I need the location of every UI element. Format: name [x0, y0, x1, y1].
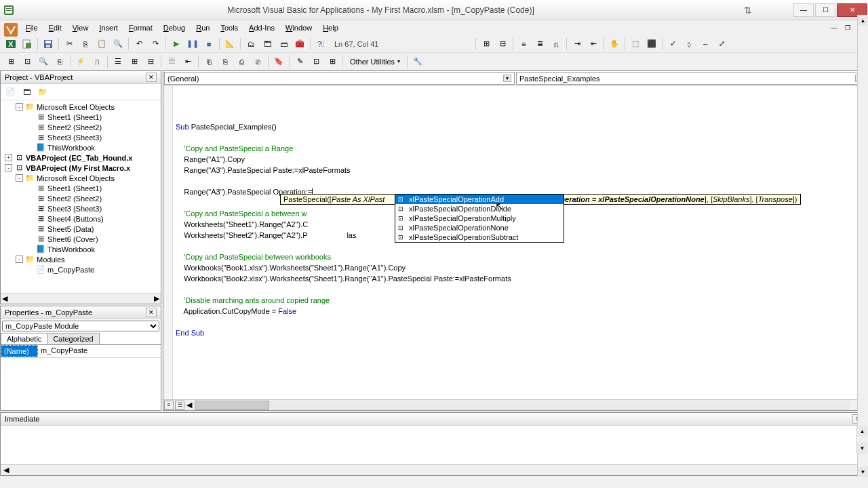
tree-node[interactable]: ⊞Sheet2 (Sheet2)	[2, 193, 159, 203]
menu-help[interactable]: Help	[317, 22, 344, 33]
undo-icon[interactable]: ↶	[132, 37, 146, 52]
redo-icon[interactable]: ↷	[148, 37, 163, 52]
view-object-icon[interactable]: 🗔	[19, 85, 34, 99]
mdi-minimize[interactable]: —	[828, 22, 840, 33]
properties-close-button[interactable]: ✕	[146, 308, 157, 317]
tb2-10[interactable]: 𝄚	[164, 54, 179, 69]
tree-toggle[interactable]: -	[5, 164, 12, 171]
mdi-restore[interactable]: ❐	[842, 22, 854, 33]
intellisense-item[interactable]: ⊡xlPasteSpecialOperationNone	[395, 223, 564, 232]
properties-window-icon[interactable]: 🗔	[260, 37, 275, 52]
tb2-19[interactable]: ⊞	[325, 54, 340, 69]
tb2-12[interactable]: ⎗	[201, 54, 216, 69]
full-module-view-icon[interactable]: ☰	[175, 401, 184, 410]
intellisense-item[interactable]: ⊡xlPasteSpecialOperationDivide	[395, 204, 564, 214]
project-tree[interactable]: -📁Microsoft Excel Objects⊞Sheet1 (Sheet1…	[1, 100, 161, 293]
tb2-11[interactable]: ⇤	[180, 54, 195, 69]
tb-icon-3[interactable]: ≡	[516, 37, 531, 52]
other-utilities-dropdown[interactable]: Other Utilities	[345, 56, 405, 68]
tb-icon-4[interactable]: ≣	[532, 37, 547, 52]
tree-node[interactable]: ⊞Sheet1 (Sheet1)	[2, 183, 159, 193]
run-icon[interactable]: ▶	[169, 37, 184, 52]
tb2-18[interactable]: ⊡	[309, 54, 323, 69]
code-h-scroll[interactable]: ≡ ☰ ◀ ▶	[163, 399, 867, 410]
immediate-h-scroll[interactable]: ◀ ▶	[1, 464, 867, 475]
tb2-2[interactable]: ⊡	[20, 54, 35, 69]
menu-add-ins[interactable]: Add-Ins	[243, 22, 280, 33]
paste-icon[interactable]: 📋	[94, 37, 109, 52]
tb2-6[interactable]: ⎍	[90, 54, 104, 69]
tree-node[interactable]: 📄m_CopyPaste	[2, 264, 159, 274]
tree-node[interactable]: +⊡VBAProject (EC_Tab_Hound.x	[2, 152, 159, 163]
tb2-16[interactable]: 🔖	[271, 54, 286, 69]
reset-icon[interactable]: ■	[201, 37, 216, 52]
design-mode-icon[interactable]: 📐	[222, 37, 237, 52]
break-icon[interactable]: ❚❚	[185, 37, 200, 52]
menu-run[interactable]: Run	[191, 22, 215, 33]
tree-node[interactable]: ⊞Sheet5 (Data)	[2, 224, 159, 234]
tb2-9[interactable]: ⊟	[143, 54, 158, 69]
tree-node[interactable]: -⊡VBAProject (My First Macro.x	[2, 163, 159, 173]
tb-icon-10[interactable]: ↔	[698, 37, 713, 52]
properties-object-select[interactable]: m_CopyPaste Module	[2, 321, 159, 331]
tb-icon-11[interactable]: ⤢	[714, 37, 729, 52]
minimize-button[interactable]: —	[793, 3, 814, 17]
menu-debug[interactable]: Debug	[158, 22, 191, 33]
menu-format[interactable]: Format	[123, 22, 158, 33]
tb2-17[interactable]: ✎	[292, 54, 307, 69]
tree-toggle[interactable]: -	[16, 103, 23, 110]
menu-view[interactable]: View	[67, 22, 94, 33]
tree-toggle[interactable]: +	[5, 154, 12, 161]
save-icon[interactable]	[41, 37, 56, 52]
tb-icon-1[interactable]: ⊞	[479, 37, 494, 52]
tb2-14[interactable]: ⎙	[234, 54, 249, 69]
intellisense-item[interactable]: ⊡xlPasteSpecialOperationMultiply	[395, 214, 564, 223]
project-close-button[interactable]: ✕	[146, 73, 157, 82]
tree-node[interactable]: 📘ThisWorkbook	[2, 142, 159, 152]
tb-icon-7[interactable]: ⬛	[644, 37, 659, 52]
immediate-v-scroll[interactable]: ▲ ▼	[856, 426, 867, 453]
menu-window[interactable]: Window	[280, 22, 317, 33]
tab-categorized[interactable]: Categorized	[47, 333, 99, 344]
tree-node[interactable]: ⊞Sheet3 (Sheet3)	[2, 132, 159, 142]
menu-tools[interactable]: Tools	[215, 22, 243, 33]
tb-icon-9[interactable]: ⎀	[682, 37, 696, 52]
code-v-scroll[interactable]: ▲ ▼	[857, 15, 868, 477]
tree-node[interactable]: ⊞Sheet4 (Buttons)	[2, 214, 159, 224]
help-icon[interactable]: ?⃝	[313, 37, 328, 52]
tree-toggle[interactable]: -	[16, 256, 23, 263]
tb-icon-5[interactable]: ⎌	[549, 37, 564, 52]
procedure-view-icon[interactable]: ≡	[164, 401, 174, 410]
outdent-icon[interactable]: ⇤	[586, 37, 601, 52]
tree-toggle[interactable]: -	[16, 174, 23, 182]
tb2-4[interactable]: ⎘	[52, 54, 67, 69]
tree-node[interactable]: -📁Microsoft Excel Objects	[2, 173, 159, 183]
tree-node[interactable]: ⊞Sheet6 (Cover)	[2, 234, 159, 244]
toggle-folders-icon[interactable]: 📁	[35, 85, 50, 99]
tb2-13[interactable]: ⎘	[218, 54, 233, 69]
intellisense-item[interactable]: ⊡xlPasteSpecialOperationAdd	[395, 195, 564, 204]
tree-node[interactable]: -📁Microsoft Excel Objects	[2, 102, 159, 112]
tb2-7[interactable]: ☰	[111, 54, 125, 69]
tree-node[interactable]: ⊞Sheet1 (Sheet1)	[2, 112, 159, 122]
tb-icon-6[interactable]: ⬚	[628, 37, 643, 52]
tb2-8[interactable]: ⊞	[127, 54, 142, 69]
tb2-15[interactable]: ⎚	[250, 54, 265, 69]
object-browser-icon[interactable]: 🗃	[276, 37, 291, 52]
copy-icon[interactable]: ⎘	[78, 37, 93, 52]
tb-icon-8[interactable]: ✓	[665, 37, 680, 52]
tree-node[interactable]: ⊞Sheet2 (Sheet2)	[2, 122, 159, 132]
maximize-button[interactable]: ☐	[815, 3, 835, 17]
intellisense-list[interactable]: ⊡xlPasteSpecialOperationAdd⊡xlPasteSpeci…	[395, 194, 564, 243]
indent-icon[interactable]: ⇥	[570, 37, 585, 52]
project-h-scroll[interactable]: ◀▶	[1, 293, 161, 304]
hand-icon[interactable]: ✋	[607, 37, 622, 52]
procedure-dropdown[interactable]: PasteSpecial_Examples	[516, 72, 867, 85]
object-dropdown[interactable]: (General)	[164, 72, 515, 85]
tb2-20[interactable]: 🔧	[410, 54, 425, 69]
tb-icon-2[interactable]: ⊟	[495, 37, 510, 52]
project-explorer-icon[interactable]: 🗂	[243, 37, 258, 52]
tree-node[interactable]: 📘ThisWorkbook	[2, 244, 159, 254]
menu-insert[interactable]: Insert	[94, 22, 123, 33]
code-editor[interactable]: Sub PasteSpecial_Examples() 'Copy and Pa…	[163, 86, 867, 399]
